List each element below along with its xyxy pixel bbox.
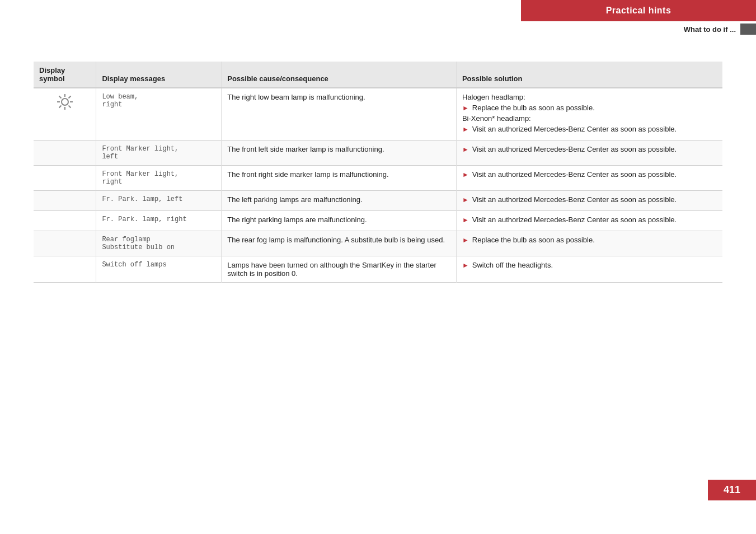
- table-body: Low beam,rightThe right low beam lamp is…: [34, 88, 722, 283]
- symbol-cell: [34, 140, 96, 166]
- symbol-cell: [34, 256, 96, 283]
- bullet-text: Visit an authorized Mercedes-Benz Center…: [472, 145, 677, 153]
- what-to-do-text: What to do if ...: [684, 25, 736, 34]
- symbol-cell: [34, 166, 96, 191]
- solution-cell: ►Visit an authorized Mercedes-Benz Cente…: [456, 211, 722, 231]
- messages-cell: Low beam,right: [96, 88, 222, 140]
- svg-point-0: [62, 99, 68, 105]
- cause-cell: The front left side marker lamp is malfu…: [222, 140, 457, 166]
- table-row: Low beam,rightThe right low beam lamp is…: [34, 88, 722, 140]
- message-line: left: [102, 153, 118, 161]
- main-table: Display symbol Display messages Possible…: [34, 62, 722, 283]
- message-line: right: [102, 101, 122, 109]
- solution-cell: ►Switch off the headlights.: [456, 256, 722, 283]
- cause-cell: The right parking lamps are malfunctioni…: [222, 211, 457, 231]
- table-row: Fr. Park. lamp, rightThe right parking l…: [34, 211, 722, 231]
- message-line: Switch off lamps: [102, 261, 166, 269]
- solution-bullet: ►Switch off the headlights.: [462, 261, 717, 269]
- bullet-text: Visit an authorized Mercedes-Benz Center…: [472, 125, 677, 133]
- svg-line-6: [68, 106, 71, 108]
- svg-line-8: [59, 106, 61, 108]
- bullet-text: Replace the bulb as soon as possible.: [472, 104, 595, 112]
- bullet-arrow-icon: ►: [462, 216, 469, 224]
- solution-bullet: ►Visit an authorized Mercedes-Benz Cente…: [462, 195, 717, 204]
- bullet-arrow-icon: ►: [462, 196, 469, 204]
- solution-bullet: ►Visit an authorized Mercedes-Benz Cente…: [462, 145, 717, 153]
- col-cause: Possible cause/consequence: [222, 62, 457, 88]
- messages-cell: Front Marker light,left: [96, 140, 222, 166]
- table-header: Display symbol Display messages Possible…: [34, 62, 722, 88]
- messages-cell: Switch off lamps: [96, 256, 222, 283]
- what-to-do-block: [740, 24, 756, 35]
- solution-bullet: ►Visit an authorized Mercedes-Benz Cente…: [462, 125, 717, 133]
- practical-hints-title: Practical hints: [606, 6, 672, 15]
- cause-cell: The front right side marker lamp is malf…: [222, 166, 457, 191]
- cause-cell: The rear fog lamp is malfunctioning. A s…: [222, 231, 457, 256]
- col-display-symbol: Display symbol: [34, 62, 96, 88]
- bullet-text: Visit an authorized Mercedes-Benz Center…: [472, 170, 677, 179]
- solution-label: Halogen headlamp:: [462, 93, 717, 101]
- col-solution: Possible solution: [456, 62, 722, 88]
- solution-cell: ►Replace the bulb as soon as possible.: [456, 231, 722, 256]
- table-row: Switch off lampsLamps have been turned o…: [34, 256, 722, 283]
- symbol-cell: [34, 231, 96, 256]
- bullet-text: Switch off the headlights.: [472, 261, 553, 269]
- header-area: Practical hints What to do if ...: [521, 0, 756, 37]
- solution-bullet: ►Replace the bulb as soon as possible.: [462, 236, 717, 244]
- bullet-arrow-icon: ►: [462, 236, 469, 244]
- solution-cell: Halogen headlamp:►Replace the bulb as so…: [456, 88, 722, 140]
- bullet-text: Visit an authorized Mercedes-Benz Center…: [472, 195, 677, 204]
- messages-cell: Fr. Park. lamp, left: [96, 191, 222, 211]
- bullet-arrow-icon: ►: [462, 104, 469, 112]
- col-display-messages: Display messages: [96, 62, 222, 88]
- header-row: Display symbol Display messages Possible…: [34, 62, 722, 88]
- cause-cell: Lamps have been turned on although the S…: [222, 256, 457, 283]
- bullet-text: Visit an authorized Mercedes-Benz Center…: [472, 216, 677, 224]
- cause-cell: The left parking lamps are malfunctionin…: [222, 191, 457, 211]
- what-to-do-bar: What to do if ...: [521, 21, 756, 37]
- bullet-arrow-icon: ►: [462, 125, 469, 133]
- bullet-arrow-icon: ►: [462, 146, 469, 153]
- message-line: Rear foglamp: [102, 236, 150, 243]
- bullet-arrow-icon: ►: [462, 261, 469, 269]
- bullet-text: Replace the bulb as soon as possible.: [472, 236, 595, 244]
- messages-cell: Fr. Park. lamp, right: [96, 211, 222, 231]
- message-line: Low beam,: [102, 93, 138, 101]
- main-content: Display symbol Display messages Possible…: [34, 62, 722, 283]
- message-line: Front Marker light,: [102, 170, 179, 178]
- table-row: Front Marker light,rightThe front right …: [34, 166, 722, 191]
- page-number: 411: [724, 484, 740, 495]
- symbol-cell: [34, 191, 96, 211]
- solution-bullet: ►Replace the bulb as soon as possible.: [462, 104, 717, 112]
- page-number-area: 411: [708, 480, 756, 500]
- message-line: Fr. Park. lamp, left: [102, 195, 182, 203]
- cause-cell: The right low beam lamp is malfunctionin…: [222, 88, 457, 140]
- solution-cell: ►Visit an authorized Mercedes-Benz Cente…: [456, 191, 722, 211]
- svg-line-7: [68, 96, 71, 99]
- solution-bullet: ►Visit an authorized Mercedes-Benz Cente…: [462, 216, 717, 224]
- solution-cell: ►Visit an authorized Mercedes-Benz Cente…: [456, 166, 722, 191]
- messages-cell: Rear foglampSubstitute bulb on: [96, 231, 222, 256]
- table-row: Front Marker light,leftThe front left si…: [34, 140, 722, 166]
- solution-bullet: ►Visit an authorized Mercedes-Benz Cente…: [462, 170, 717, 179]
- table-row: Rear foglampSubstitute bulb onThe rear f…: [34, 231, 722, 256]
- message-line: right: [102, 178, 122, 186]
- solution-label: Bi-Xenon* headlamp:: [462, 114, 717, 123]
- svg-line-5: [59, 96, 61, 99]
- solution-cell: ►Visit an authorized Mercedes-Benz Cente…: [456, 140, 722, 166]
- bullet-arrow-icon: ►: [462, 171, 469, 179]
- symbol-cell: [34, 88, 96, 140]
- table-row: Fr. Park. lamp, leftThe left parking lam…: [34, 191, 722, 211]
- sun-icon: [56, 93, 74, 111]
- message-line: Fr. Park. lamp, right: [102, 216, 186, 223]
- message-line: Substitute bulb on: [102, 243, 175, 251]
- practical-hints-bar: Practical hints: [521, 0, 756, 21]
- message-line: Front Marker light,: [102, 145, 179, 153]
- messages-cell: Front Marker light,right: [96, 166, 222, 191]
- symbol-cell: [34, 211, 96, 231]
